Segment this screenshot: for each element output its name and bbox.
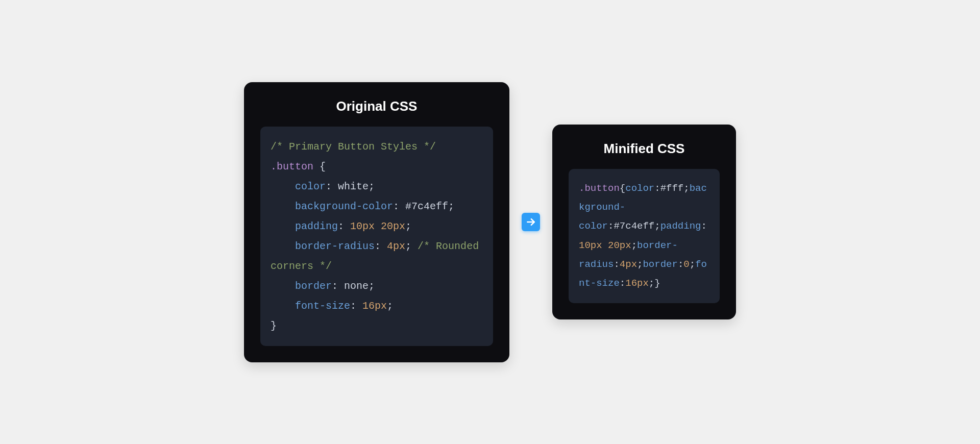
code-semi: ;: [448, 201, 454, 212]
code-value: #fff: [660, 183, 684, 194]
code-colon: :: [620, 278, 625, 289]
code-colon: :: [326, 181, 338, 192]
code-value: 10px 20px: [350, 220, 405, 232]
minified-css-title: Minified CSS: [569, 141, 720, 157]
code-semi: ;: [405, 240, 411, 252]
code-colon: :: [350, 300, 362, 312]
code-colon: :: [375, 240, 387, 252]
code-brace: }: [654, 278, 660, 289]
code-semi: ;: [387, 300, 393, 312]
code-semi: ;: [683, 183, 689, 194]
code-value: none: [344, 280, 369, 292]
code-value: 16px: [625, 278, 649, 289]
code-colon: :: [608, 220, 614, 232]
code-value: 16px: [362, 300, 387, 312]
code-semi: ;: [631, 240, 637, 251]
code-colon: :: [654, 183, 660, 194]
code-prop: color: [625, 183, 654, 194]
code-value: 0: [683, 259, 689, 270]
code-semi: ;: [637, 259, 643, 270]
minified-css-code: .button{color:#fff;background-color:#7c4…: [569, 169, 720, 303]
code-colon: :: [701, 220, 706, 232]
code-prop: background-color: [295, 201, 393, 212]
original-css-card: Original CSS /* Primary Button Styles */…: [244, 82, 509, 362]
code-value: white: [338, 181, 369, 192]
code-selector: .button: [579, 183, 620, 194]
code-prop: border: [295, 280, 332, 292]
code-semi: ;: [690, 259, 695, 270]
code-selector: .button: [271, 161, 313, 172]
code-colon: :: [393, 201, 405, 212]
code-comment: /* Primary Button Styles */: [271, 141, 436, 153]
original-css-code: /* Primary Button Styles */ .button { co…: [260, 127, 493, 346]
code-semi: ;: [405, 220, 411, 232]
code-prop: padding: [295, 220, 338, 232]
code-prop: border-radius: [295, 240, 375, 252]
code-semi: ;: [369, 181, 375, 192]
arrow-right-icon: [522, 213, 540, 231]
code-value: 4px: [620, 259, 637, 270]
code-semi: ;: [649, 278, 654, 289]
code-prop: padding: [660, 220, 701, 232]
code-colon: :: [614, 259, 619, 270]
code-brace: }: [271, 320, 277, 332]
code-value: #7c4eff: [405, 201, 448, 212]
code-prop: border: [643, 259, 677, 270]
code-semi: ;: [369, 280, 375, 292]
code-value: 4px: [387, 240, 405, 252]
code-prop: font-size: [295, 300, 350, 312]
code-semi: ;: [654, 220, 660, 232]
code-value: 10px 20px: [579, 240, 631, 251]
code-colon: :: [678, 259, 683, 270]
code-brace: {: [313, 161, 326, 172]
code-colon: :: [332, 280, 344, 292]
original-css-title: Original CSS: [260, 98, 493, 114]
code-value: #7c4eff: [614, 220, 654, 232]
code-brace: {: [620, 183, 625, 194]
code-prop: color: [295, 181, 326, 192]
code-colon: :: [338, 220, 350, 232]
minified-css-card: Minified CSS .button{color:#fff;backgrou…: [552, 125, 736, 319]
